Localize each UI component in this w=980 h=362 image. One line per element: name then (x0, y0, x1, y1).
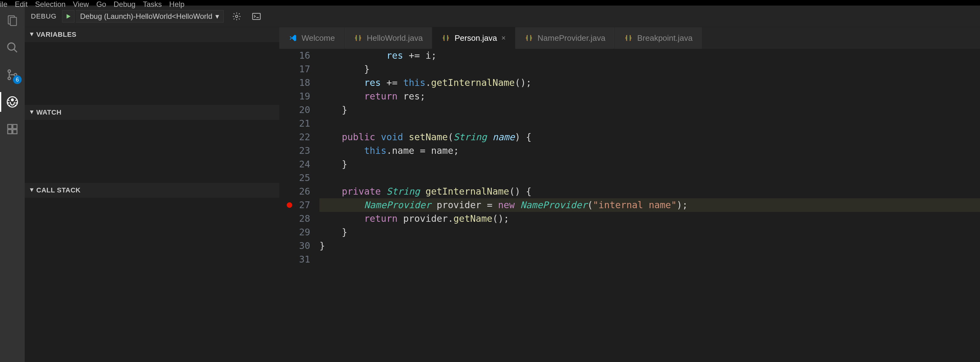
svg-rect-14 (253, 13, 261, 19)
close-icon[interactable]: × (501, 34, 506, 42)
line-number[interactable]: 30 (279, 239, 310, 252)
code-content[interactable]: res += i; } res += this.getInternalName(… (320, 49, 980, 362)
tab-label: NameProvider.java (538, 33, 606, 43)
debug-sidebar: ▶ VARIABLES ▶ WATCH ▶ CALL STACK (25, 27, 279, 362)
line-number[interactable]: 28 (279, 212, 310, 225)
activity-bar: 6 (0, 6, 25, 362)
svg-rect-10 (13, 124, 17, 129)
menu-tasks[interactable]: Tasks (143, 0, 162, 9)
line-number[interactable]: 23 (279, 144, 310, 157)
tab-label: Welcome (302, 33, 335, 43)
line-number[interactable]: 21 (279, 117, 310, 130)
java-file-icon (354, 34, 363, 42)
svg-line-3 (14, 49, 17, 52)
svg-rect-12 (13, 130, 17, 134)
panel-callstack-body (25, 198, 279, 362)
code-line[interactable]: return provider.getName(); (320, 212, 980, 225)
scm-badge: 6 (13, 75, 22, 84)
code-editor[interactable]: 16171819202122232425262728293031 res += … (279, 49, 980, 362)
line-number[interactable]: 27 (279, 198, 310, 212)
tab-label: HelloWorld.java (367, 33, 423, 43)
tab-nameprovider-java[interactable]: NameProvider.java (515, 27, 615, 49)
chevron-down-icon: ▶ (30, 188, 35, 192)
panel-watch-body (25, 120, 279, 183)
editor-area: WelcomeHelloWorld.javaPerson.java×NamePr… (279, 27, 980, 362)
line-number[interactable]: 19 (279, 90, 310, 103)
code-line[interactable]: } (320, 157, 980, 171)
menu-file[interactable]: ile (0, 0, 7, 9)
svg-point-5 (8, 77, 11, 80)
chevron-down-icon: ▶ (30, 111, 35, 114)
explorer-icon[interactable] (5, 13, 20, 28)
line-gutter[interactable]: 16171819202122232425262728293031 (279, 49, 320, 362)
panel-title: CALL STACK (37, 186, 81, 194)
line-number[interactable]: 31 (279, 252, 310, 266)
tab-breakpoint-java[interactable]: Breakpoint.java (615, 27, 702, 49)
code-line[interactable]: NameProvider provider = new NameProvider… (320, 198, 980, 212)
code-line[interactable]: private String getInternalName() { (320, 185, 980, 198)
line-number[interactable]: 26 (279, 185, 310, 198)
code-line[interactable] (320, 252, 980, 266)
menu-debug[interactable]: Debug (114, 0, 136, 9)
tab-welcome[interactable]: Welcome (279, 27, 344, 49)
editor-tabs: WelcomeHelloWorld.javaPerson.java×NamePr… (279, 27, 980, 49)
svg-point-13 (235, 15, 238, 17)
menu-go[interactable]: Go (96, 0, 106, 9)
code-line[interactable]: public void setName(String name) { (320, 130, 980, 144)
gear-icon[interactable] (230, 10, 243, 23)
line-number[interactable]: 16 (279, 49, 310, 62)
line-number[interactable]: 24 (279, 157, 310, 171)
panel-variables-body (25, 42, 279, 105)
debug-console-icon[interactable] (250, 10, 263, 23)
code-line[interactable]: } (320, 225, 980, 239)
line-number[interactable]: 17 (279, 62, 310, 76)
svg-rect-1 (10, 17, 16, 25)
debug-icon[interactable] (5, 95, 20, 110)
line-number[interactable]: 22 (279, 130, 310, 144)
code-line[interactable] (320, 171, 980, 185)
code-line[interactable]: } (320, 103, 980, 117)
panel-title: WATCH (37, 108, 62, 116)
debug-config-label: Debug (Launch)-HelloWorld<HelloWorld (80, 12, 212, 21)
code-line[interactable]: return res; (320, 90, 980, 103)
extensions-icon[interactable] (5, 122, 20, 137)
menu-view[interactable]: View (73, 0, 89, 9)
svg-point-4 (8, 70, 11, 72)
vscode-icon (289, 34, 297, 42)
panel-watch-header[interactable]: ▶ WATCH (25, 105, 279, 120)
source-control-icon[interactable]: 6 (5, 67, 20, 82)
tab-label: Person.java (455, 33, 497, 43)
menu-help[interactable]: Help (169, 0, 185, 9)
code-line[interactable] (320, 117, 980, 130)
tab-helloworld-java[interactable]: HelloWorld.java (344, 27, 433, 49)
svg-rect-11 (8, 130, 12, 134)
panel-variables-header[interactable]: ▶ VARIABLES (25, 27, 279, 42)
menubar: ile Edit Selection View Go Debug Tasks H… (0, 0, 980, 6)
line-number[interactable]: 25 (279, 171, 310, 185)
tab-label: Breakpoint.java (637, 33, 692, 43)
dropdown-caret-icon: ▾ (215, 12, 219, 21)
menu-selection[interactable]: Selection (35, 0, 65, 9)
search-icon[interactable] (5, 40, 20, 55)
svg-rect-9 (8, 124, 12, 129)
menu-edit[interactable]: Edit (15, 0, 27, 9)
java-file-icon (441, 34, 450, 42)
start-debug-button[interactable] (62, 10, 75, 22)
line-number[interactable]: 29 (279, 225, 310, 239)
panel-callstack-header[interactable]: ▶ CALL STACK (25, 183, 279, 198)
java-file-icon (624, 34, 633, 42)
svg-point-8 (11, 99, 14, 101)
code-line[interactable]: } (320, 62, 980, 76)
code-line[interactable]: } (320, 239, 980, 252)
line-number[interactable]: 20 (279, 103, 310, 117)
code-line[interactable]: res += i; (320, 49, 980, 62)
code-line[interactable]: this.name = name; (320, 144, 980, 157)
debug-label: DEBUG (31, 12, 61, 21)
tab-person-java[interactable]: Person.java× (432, 27, 515, 49)
breakpoint-icon[interactable] (287, 202, 292, 208)
debug-toolbar: DEBUG Debug (Launch)-HelloWorld<HelloWor… (25, 6, 980, 27)
debug-config-select[interactable]: Debug (Launch)-HelloWorld<HelloWorld ▾ (76, 10, 224, 22)
code-line[interactable]: res += this.getInternalName(); (320, 76, 980, 90)
svg-point-2 (8, 43, 15, 50)
line-number[interactable]: 18 (279, 76, 310, 90)
